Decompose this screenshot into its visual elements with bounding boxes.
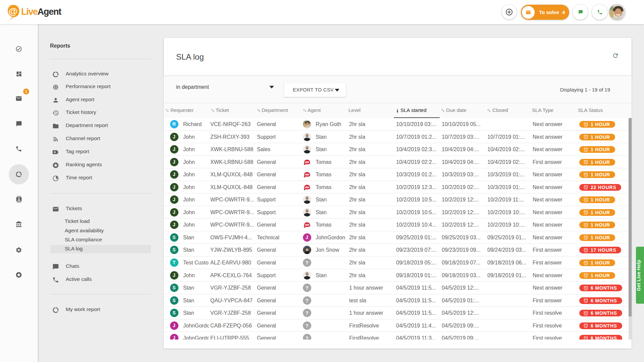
svg-text:@: @ [8, 6, 17, 16]
